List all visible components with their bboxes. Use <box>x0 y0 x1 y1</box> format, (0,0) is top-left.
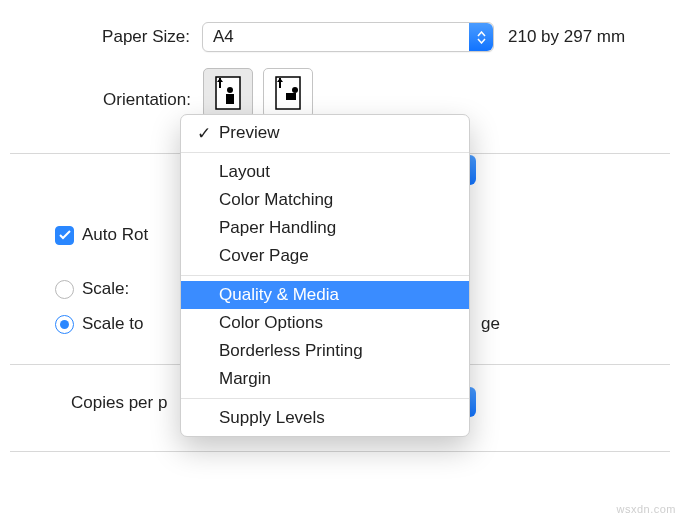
page-portrait-icon <box>215 76 241 110</box>
menu-item-quality-media[interactable]: Quality & Media <box>181 281 469 309</box>
scale-label: Scale: <box>82 279 129 299</box>
scale-to-fit-label-trail: ge <box>481 314 500 334</box>
section-dropdown-menu[interactable]: ✓ Preview Layout Color Matching Paper Ha… <box>180 114 470 437</box>
scale-to-fit-label: Scale to <box>82 314 143 334</box>
orientation-portrait-button[interactable] <box>203 68 253 118</box>
menu-separator <box>181 152 469 153</box>
menu-item-margin[interactable]: Margin <box>181 365 469 393</box>
menu-item-borderless-printing[interactable]: Borderless Printing <box>181 337 469 365</box>
auto-rotate-checkbox[interactable] <box>55 226 74 245</box>
menu-item-supply-levels[interactable]: Supply Levels <box>181 404 469 432</box>
divider <box>10 451 670 452</box>
svg-point-4 <box>292 87 298 93</box>
menu-item-color-options[interactable]: Color Options <box>181 309 469 337</box>
menu-item-label: Quality & Media <box>219 285 339 305</box>
menu-item-label: Layout <box>219 162 270 182</box>
menu-item-label: Paper Handling <box>219 218 336 238</box>
menu-item-label: Color Matching <box>219 190 333 210</box>
paper-size-label: Paper Size: <box>70 27 190 47</box>
paper-size-dimensions: 210 by 297 mm <box>508 27 625 47</box>
svg-rect-2 <box>226 94 234 104</box>
paper-size-value: A4 <box>203 27 244 47</box>
menu-item-layout[interactable]: Layout <box>181 158 469 186</box>
svg-point-1 <box>227 87 233 93</box>
menu-item-label: Margin <box>219 369 271 389</box>
menu-separator <box>181 398 469 399</box>
menu-item-label: Borderless Printing <box>219 341 363 361</box>
menu-item-label: Preview <box>219 123 279 143</box>
menu-item-label: Color Options <box>219 313 323 333</box>
paper-size-select[interactable]: A4 <box>202 22 494 52</box>
menu-item-label: Cover Page <box>219 246 309 266</box>
check-icon <box>59 230 71 240</box>
copies-per-page-label: Copies per p <box>71 393 167 413</box>
scale-radio[interactable] <box>55 280 74 299</box>
auto-rotate-label: Auto Rot <box>82 225 148 245</box>
check-icon: ✓ <box>195 123 213 144</box>
menu-separator <box>181 275 469 276</box>
page-landscape-icon <box>275 76 301 110</box>
menu-item-paper-handling[interactable]: Paper Handling <box>181 214 469 242</box>
orientation-landscape-button[interactable] <box>263 68 313 118</box>
menu-item-cover-page[interactable]: Cover Page <box>181 242 469 270</box>
updown-icon <box>469 23 493 51</box>
menu-item-label: Supply Levels <box>219 408 325 428</box>
menu-item-color-matching[interactable]: Color Matching <box>181 186 469 214</box>
menu-item-preview[interactable]: ✓ Preview <box>181 119 469 147</box>
scale-to-fit-radio[interactable] <box>55 315 74 334</box>
svg-rect-5 <box>286 93 296 100</box>
orientation-label: Orientation: <box>61 90 191 110</box>
watermark: wsxdn.com <box>616 503 676 515</box>
